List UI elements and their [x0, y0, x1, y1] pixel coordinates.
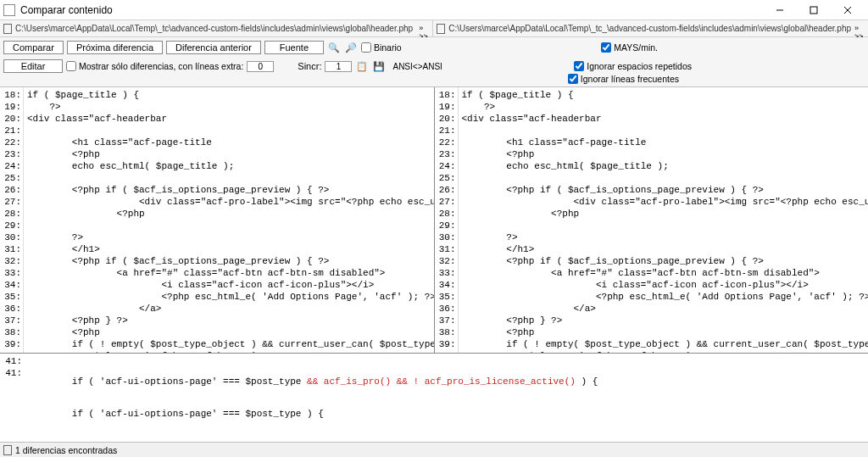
copy-icon[interactable]: 📋 — [355, 59, 369, 73]
path-row: C:\Users\marce\AppData\Local\Temp\_tc\ad… — [0, 20, 868, 37]
document-icon — [3, 445, 12, 455]
edit-button[interactable]: Editar — [3, 59, 63, 73]
binary-checkbox-wrap[interactable]: Binario — [361, 42, 402, 53]
diff-detail: 41: 41: if ( 'acf-ui-options-page' === $… — [0, 353, 868, 442]
binoculars-icon[interactable]: 🔍 — [327, 41, 341, 54]
status-text: 1 diferencias encontradas — [15, 445, 117, 455]
file-icon — [3, 24, 12, 34]
compare-button[interactable]: Comparar — [3, 41, 64, 54]
diff-line-left: if ( 'acf-ui-options-page' === $post_typ… — [27, 376, 865, 387]
encoding-label[interactable]: ANSI<>ANSI — [389, 62, 445, 71]
mayus-checkbox[interactable] — [601, 42, 611, 53]
nav-arrows-icon[interactable]: » >> — [419, 24, 429, 34]
mayus-checkbox-wrap[interactable]: MAYS/min. — [601, 42, 658, 53]
right-gutter: 18:19:20:21:22:23:24:25:26:27:28:29:30:3… — [435, 87, 459, 353]
app-icon — [3, 4, 15, 16]
statusbar: 1 diferencias encontradas — [0, 442, 868, 457]
svg-rect-1 — [810, 7, 817, 14]
show-diffs-label: Mostrar sólo diferencias, con líneas ext… — [79, 61, 243, 71]
right-file-path: C:\Users\marce\AppData\Local\Temp\_tc_\a… — [448, 24, 851, 33]
left-pane[interactable]: 18:19:20:21:22:23:24:25:26:27:28:29:30:3… — [0, 87, 435, 353]
right-pane[interactable]: 18:19:20:21:22:23:24:25:26:27:28:29:30:3… — [435, 87, 869, 353]
file-icon — [437, 24, 445, 34]
diff-detail-code: if ( 'acf-ui-options-page' === $post_typ… — [24, 354, 868, 442]
ignore-lines-wrap[interactable]: Ignorar líneas frecuentes — [568, 74, 679, 84]
toolbar: Comparar Próxima diferencia Diferencia a… — [0, 37, 868, 87]
maximize-button[interactable] — [797, 1, 831, 20]
right-code[interactable]: if ( $page_title ) { ?><div class="acf-h… — [459, 87, 869, 353]
sync-input[interactable] — [325, 61, 352, 72]
ignore-spaces-wrap[interactable]: Ignorar espacios repetidos — [574, 61, 692, 71]
sync-label: Sincr: — [298, 61, 321, 71]
diff-panes: 18:19:20:21:22:23:24:25:26:27:28:29:30:3… — [0, 87, 868, 353]
left-path-cell: C:\Users\marce\AppData\Local\Temp\_tc\ad… — [0, 20, 433, 36]
left-gutter: 18:19:20:21:22:23:24:25:26:27:28:29:30:3… — [0, 87, 24, 353]
left-code[interactable]: if ( $page_title ) { ?><div class="acf-h… — [24, 87, 434, 353]
window-title: Comparar contenido — [20, 4, 763, 16]
font-button[interactable]: Fuente — [264, 41, 324, 54]
diff-detail-gutter: 41: 41: — [0, 354, 24, 442]
diff-line-right: if ( 'acf-ui-options-page' === $post_typ… — [27, 408, 865, 420]
show-diffs-checkbox[interactable] — [66, 61, 76, 71]
ignore-spaces-label: Ignorar espacios repetidos — [587, 61, 692, 71]
ignore-spaces-checkbox[interactable] — [574, 61, 584, 71]
close-button[interactable] — [831, 1, 865, 20]
nav-arrows-icon[interactable]: » >> — [854, 24, 865, 34]
mayus-label: MAYS/min. — [614, 42, 658, 53]
next-diff-button[interactable]: Próxima diferencia — [67, 41, 163, 54]
extra-lines-input[interactable] — [247, 61, 274, 72]
prev-diff-button[interactable]: Diferencia anterior — [166, 41, 261, 54]
left-file-path: C:\Users\marce\AppData\Local\Temp\_tc\ad… — [15, 24, 415, 33]
save-icon[interactable]: 💾 — [372, 59, 386, 73]
ignore-lines-label: Ignorar líneas frecuentes — [581, 74, 679, 84]
binoculars-next-icon[interactable]: 🔎 — [344, 41, 358, 54]
binary-checkbox[interactable] — [361, 42, 371, 53]
ignore-lines-checkbox[interactable] — [568, 74, 578, 84]
binary-label: Binario — [374, 42, 402, 53]
right-path-cell: C:\Users\marce\AppData\Local\Temp\_tc_\a… — [433, 20, 868, 36]
titlebar: Comparar contenido — [0, 0, 868, 20]
show-diffs-wrap[interactable]: Mostrar sólo diferencias, con líneas ext… — [66, 61, 243, 71]
minimize-button[interactable] — [763, 1, 797, 20]
